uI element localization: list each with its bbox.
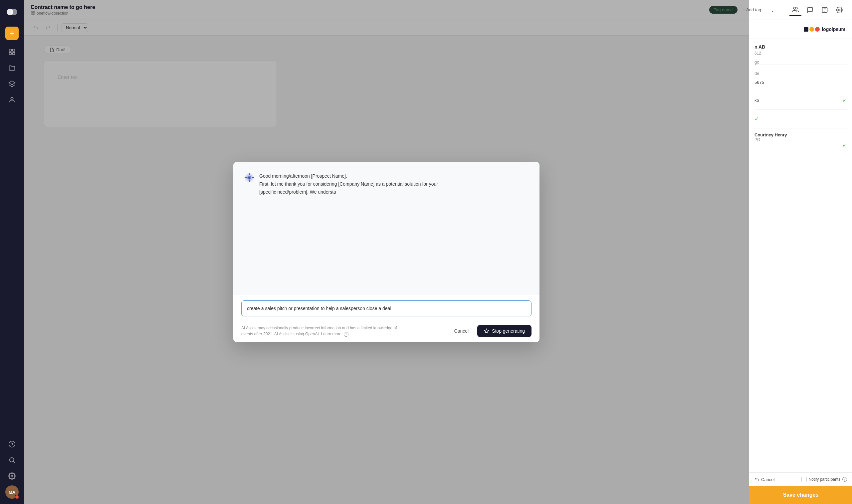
comments-icon-btn[interactable] <box>804 4 816 16</box>
panel-row-checkmark2: ✓ <box>755 114 847 124</box>
settings-icon <box>836 7 843 13</box>
svg-point-1 <box>11 8 17 15</box>
modal-body: Good morning/afternoon [Prospect Name], … <box>233 162 539 295</box>
ai-prompt-input[interactable] <box>241 301 532 317</box>
svg-rect-5 <box>13 49 15 51</box>
panel-section-3: ✓ <box>755 109 847 128</box>
notify-participants-area: Notify participants i <box>801 477 847 482</box>
svg-point-10 <box>9 441 15 447</box>
checkmark-1: ✓ <box>842 97 847 104</box>
sidebar-item-search[interactable] <box>5 453 19 467</box>
logo-circle-red <box>815 27 820 32</box>
ai-message-text: Good morning/afternoon [Prospect Name], … <box>259 172 438 196</box>
svg-point-9 <box>11 97 13 100</box>
audit-icon-btn[interactable] <box>819 4 831 16</box>
audit-icon <box>821 7 828 13</box>
panel-person-section: Courtney Henry PO ✓ <box>755 128 847 152</box>
svg-marker-29 <box>484 329 489 333</box>
ai-avatar-icon <box>244 172 254 183</box>
svg-point-24 <box>248 177 250 179</box>
company-name: n AB <box>755 44 847 50</box>
panel-row-id: de <box>755 69 847 78</box>
person-checkmark: ✓ <box>755 142 847 148</box>
svg-point-13 <box>11 475 13 477</box>
user-avatar[interactable]: MA <box>5 485 19 499</box>
panel-cancel-button[interactable]: Cancel <box>755 477 775 482</box>
checkmark-3: ✓ <box>842 142 847 148</box>
panel-row-field2: ko ✓ <box>755 95 847 106</box>
modal-footer: AI Assist may occasionally produce incor… <box>233 322 539 342</box>
participants-icon <box>792 6 799 13</box>
svg-point-11 <box>10 458 14 462</box>
checkmark-2: ✓ <box>755 116 759 122</box>
app-logo[interactable] <box>5 5 19 19</box>
cancel-icon <box>755 477 759 482</box>
notification-badge <box>15 495 19 499</box>
participants-icon-btn[interactable] <box>789 4 801 16</box>
svg-point-20 <box>839 9 840 11</box>
panel-value-2: ko <box>755 98 759 103</box>
person-role: PO <box>755 138 847 142</box>
panel-bottom-actions: Cancel Notify participants i <box>749 473 852 486</box>
modal-actions: Cancel Stop generating <box>449 325 532 337</box>
ai-assist-modal: ✕ Good morni <box>233 162 539 342</box>
panel-section-2: ko ✓ <box>755 91 847 109</box>
notify-checkbox[interactable] <box>801 477 807 482</box>
notify-label: Notify participants <box>809 477 840 482</box>
right-panel: logoipsum n AB 612 go de 5675 ko ✓ ✓ <box>749 20 852 504</box>
panel-section-1: de 5675 <box>755 65 847 91</box>
modal-disclaimer: AI Assist may occasionally produce incor… <box>241 325 408 337</box>
settings-icon-btn[interactable] <box>833 4 845 16</box>
stop-generating-button[interactable]: Stop generating <box>477 325 532 337</box>
panel-label-de: de <box>755 71 759 76</box>
sparkle-icon <box>484 328 489 334</box>
sidebar-item-folder[interactable] <box>5 61 19 74</box>
sidebar-item-person[interactable] <box>5 93 19 106</box>
panel-logo-area: logoipsum <box>749 20 852 39</box>
logoipsum-brand: logoipsum <box>804 26 845 32</box>
sidebar-item-layers[interactable] <box>5 77 19 90</box>
modal-input-area <box>233 295 539 322</box>
disclaimer-info-icon[interactable]: i <box>344 332 349 337</box>
panel-row-field1: 5675 <box>755 78 847 87</box>
sidebar-item-grid[interactable] <box>5 45 19 58</box>
logo-placeholder: go <box>755 59 847 65</box>
panel-content: n AB 612 go de 5675 ko ✓ ✓ Courtney Henr… <box>749 39 852 158</box>
panel-bottom: Cancel Notify participants i Save change… <box>749 472 852 504</box>
svg-rect-4 <box>9 49 11 51</box>
company-id: 612 <box>755 51 847 56</box>
ai-message-area: Good morning/afternoon [Prospect Name], … <box>244 172 529 196</box>
sidebar-item-settings[interactable] <box>5 469 19 483</box>
sidebar: MA <box>0 0 24 504</box>
person-name: Courtney Henry <box>755 132 847 138</box>
svg-marker-8 <box>9 81 15 85</box>
create-button[interactable] <box>5 26 19 40</box>
logo-circle-orange <box>810 27 814 32</box>
more-options-button[interactable]: ⋮ <box>766 4 778 16</box>
svg-line-12 <box>13 462 15 463</box>
logo-shapes <box>804 27 820 32</box>
svg-rect-7 <box>13 53 15 55</box>
modal-cancel-button[interactable]: Cancel <box>449 326 474 336</box>
topbar-divider <box>784 5 784 15</box>
comments-icon <box>807 7 813 13</box>
save-changes-button[interactable]: Save changes <box>749 486 852 504</box>
svg-rect-6 <box>9 53 11 55</box>
notify-info-icon[interactable]: i <box>842 477 847 482</box>
svg-point-18 <box>794 7 796 9</box>
modal-overlay: ✕ Good morni <box>24 0 749 504</box>
panel-value-1: 5675 <box>755 80 764 85</box>
sidebar-item-help[interactable] <box>5 437 19 451</box>
logo-square <box>804 27 809 32</box>
